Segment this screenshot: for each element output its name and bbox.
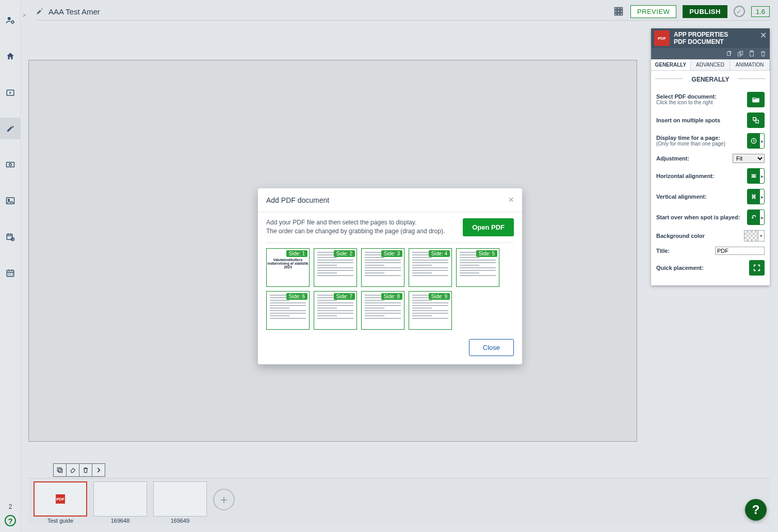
svg-rect-18 — [756, 120, 758, 123]
multiple-spots-icon[interactable] — [747, 112, 765, 128]
slide-label: 169648 — [111, 518, 130, 524]
slide-thumb[interactable]: PDF Test guide — [34, 481, 87, 524]
add-pdf-modal: Add PDF document × Add your PDF file and… — [258, 188, 522, 364]
pdf-page-thumb[interactable]: Side: 9 — [409, 291, 452, 330]
image-icon[interactable] — [0, 190, 21, 212]
svg-point-6 — [8, 199, 9, 201]
version-indicator[interactable]: 1.6 — [751, 6, 770, 17]
svg-point-1 — [11, 21, 14, 24]
slides-strip: PDF Test guide 169648 169649 ＋ — [28, 478, 770, 524]
breadcrumb-arrow: > — [23, 12, 26, 18]
trash-icon[interactable] — [759, 50, 767, 57]
panel-utility-bar — [651, 48, 770, 59]
display-time-hint: (Only for more than one page) — [656, 141, 725, 147]
pdf-icon: PDF — [56, 494, 65, 504]
v-align-label: Vertical alignment: — [656, 194, 707, 200]
section-title: GENERALLY — [651, 71, 770, 86]
svg-point-0 — [7, 17, 10, 20]
erase-slide-icon[interactable] — [66, 463, 79, 477]
adjustment-label: Adjustment: — [656, 155, 689, 162]
panel-tabs: GENERALLY ADVANCED ANIMATION — [651, 59, 770, 71]
tab-generally[interactable]: GENERALLY — [651, 59, 691, 70]
duplicate-icon[interactable] — [737, 50, 744, 57]
multiple-spots-label: Insert on multiple spots — [656, 117, 720, 123]
header-divider — [36, 20, 770, 21]
panel-title-line1: APP PROPERTIES — [674, 31, 728, 38]
slide-thumb[interactable]: 169649 — [153, 481, 207, 524]
pdf-page-thumb[interactable]: Side: 6 — [266, 291, 310, 330]
svg-rect-11 — [57, 467, 61, 471]
header: AAA Test Amer PREVIEW PUBLISH ✓ 1.6 — [36, 5, 770, 18]
tab-advanced[interactable]: ADVANCED — [691, 59, 731, 70]
svg-rect-17 — [753, 118, 756, 120]
modal-instruction-2: The order can be changed by grabbing the… — [266, 227, 457, 236]
compose-icon[interactable] — [0, 118, 21, 139]
info-icon[interactable]: ? — [5, 515, 16, 526]
select-doc-label: Select PDF document: — [656, 93, 717, 100]
pdf-page-grid: Valutainstitutters indberetning af stati… — [266, 248, 514, 330]
slide-thumb[interactable]: 169648 — [93, 481, 147, 524]
status-check-icon[interactable]: ✓ — [734, 6, 745, 17]
display-time-button[interactable]: ▸ — [747, 133, 765, 149]
quick-placement-label: Quick placement: — [656, 265, 704, 271]
pdf-page-thumb[interactable]: Side: 8 — [361, 291, 404, 330]
copy-style-icon[interactable] — [725, 50, 733, 57]
pdf-page-thumb[interactable]: Side: 2 — [314, 248, 357, 287]
preview-button[interactable]: PREVIEW — [630, 5, 676, 18]
pdf-page-thumb[interactable]: Side: 5 — [456, 248, 499, 287]
open-folder-icon[interactable] — [747, 92, 765, 107]
select-doc-hint: Click the icon to the right — [656, 100, 717, 106]
adjustment-select[interactable]: Fit — [733, 154, 765, 163]
start-over-button[interactable]: ▸ — [747, 209, 765, 225]
bg-color-picker[interactable]: ▾ — [744, 230, 765, 241]
pdf-page-thumb[interactable]: Side: 3 — [361, 248, 404, 287]
svg-rect-3 — [6, 163, 14, 167]
paste-icon[interactable] — [748, 50, 755, 57]
delete-slide-icon[interactable] — [79, 463, 92, 477]
quick-placement-icon[interactable] — [749, 260, 765, 276]
home-icon[interactable] — [0, 45, 21, 67]
pdf-page-thumb[interactable]: Side: 4 — [409, 248, 452, 287]
modal-title: Add PDF document — [266, 196, 329, 204]
pdf-page-thumb[interactable]: Side: 7 — [314, 291, 357, 330]
grid-icon[interactable] — [613, 6, 624, 17]
users-settings-icon[interactable] — [0, 9, 21, 31]
h-align-button[interactable]: ▸ — [747, 168, 765, 184]
close-panel-icon[interactable]: ✕ — [760, 30, 767, 40]
media-icon[interactable] — [0, 82, 21, 103]
right-panel: PDF APP PROPERTIES PDF DOCUMENT ✕ GENERA… — [651, 28, 770, 285]
close-modal-icon[interactable]: × — [508, 195, 514, 205]
modal-divider — [266, 243, 514, 243]
start-over-label: Start over when spot is played: — [656, 214, 740, 220]
add-slide-button[interactable]: ＋ — [213, 489, 235, 510]
bg-color-label: Background color — [656, 233, 705, 239]
close-modal-button[interactable]: Close — [469, 339, 514, 356]
publish-button[interactable]: PUBLISH — [683, 5, 727, 18]
v-align-button[interactable]: ▸ — [747, 189, 765, 204]
calendar-icon[interactable] — [0, 262, 21, 284]
display-time-label: Display time for a page: — [656, 135, 720, 141]
pdf-page-thumb[interactable]: Valutainstitutters indberetning af stati… — [266, 248, 310, 287]
next-slide-icon[interactable] — [92, 463, 105, 477]
svg-rect-12 — [727, 52, 731, 56]
schedule-icon[interactable] — [0, 226, 21, 248]
tab-animation[interactable]: ANIMATION — [730, 59, 770, 70]
slide-label: Test guide — [47, 518, 73, 524]
open-pdf-button[interactable]: Open PDF — [463, 218, 514, 236]
h-align-label: Horizontal alignment: — [656, 173, 714, 179]
panel-title-line2: PDF DOCUMENT — [674, 38, 728, 45]
slide-toolbar — [53, 463, 105, 477]
left-sidebar — [0, 0, 21, 532]
svg-rect-10 — [59, 469, 62, 473]
duplicate-slide-icon[interactable] — [53, 463, 67, 477]
money-icon[interactable] — [0, 154, 21, 175]
title-input[interactable] — [715, 247, 765, 255]
document-title-edit[interactable]: AAA Test Amer — [36, 7, 100, 16]
help-button[interactable]: ? — [745, 499, 767, 521]
svg-point-4 — [9, 164, 11, 166]
right-panel-header: PDF APP PROPERTIES PDF DOCUMENT ✕ — [651, 28, 770, 48]
document-title: AAA Test Amer — [48, 7, 100, 16]
modal-instruction-1: Add your PDF file and then select the pa… — [266, 218, 457, 227]
slides-count-label: 2 — [9, 503, 12, 510]
slide-label: 169649 — [171, 518, 190, 524]
